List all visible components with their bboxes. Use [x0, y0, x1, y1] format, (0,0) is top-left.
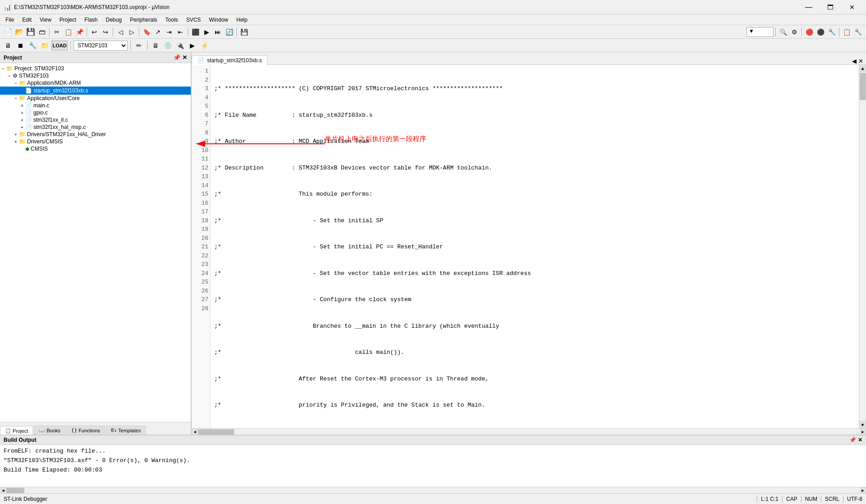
rebuild-button[interactable]: 🔄 [224, 27, 235, 37]
tab-project[interactable]: 📋 Project [0, 426, 33, 435]
tree-item-main-c[interactable]: + 📄 main.c [0, 102, 191, 109]
stop-btn[interactable]: ⏹ [15, 40, 26, 51]
line-num-14: 14 [192, 181, 208, 190]
undo-button[interactable]: ↩ [89, 27, 100, 37]
vscroll-thumb[interactable] [860, 73, 866, 100]
outdent-button[interactable]: ⇤ [175, 27, 186, 37]
build-all-button[interactable]: ⚙ [789, 27, 800, 37]
tree-item-project-root[interactable]: − 📁 Project: STM32F103 [0, 65, 191, 72]
paste-button[interactable]: 📌 [74, 27, 85, 37]
build-hscrollbar[interactable]: ◄ ► [0, 487, 866, 493]
tree-item-gpio[interactable]: + 📄 gpio.c [0, 109, 191, 116]
flash-button[interactable]: 💾 [239, 27, 249, 37]
vscroll-up-arrow[interactable]: ▲ [859, 65, 866, 72]
tree-item-hal-msp[interactable]: + 📄 stm32f1xx_hal_msp.c [0, 124, 191, 131]
tree-item-stm32it[interactable]: + 📄 stm32f1xx_it.c [0, 116, 191, 124]
tab-books[interactable]: 📖 Books [34, 426, 65, 435]
tree-item-cmsis-folder[interactable]: + 📁 Drivers/CMSIS [0, 138, 191, 145]
tree-item-app-mdk[interactable]: − 📁 Application/MDK-ARM [0, 79, 191, 87]
ram-btn[interactable]: 💿 [162, 40, 173, 51]
compile-link-button[interactable]: ▶ [201, 27, 212, 37]
debug2-button[interactable]: ⚫ [815, 27, 826, 37]
tree-item-app-user[interactable]: − 📁 Application/User/Core [0, 95, 191, 102]
close-tab-button[interactable]: ✕ [858, 58, 863, 64]
menu-edit[interactable]: Edit [18, 16, 35, 24]
file-icon-gpio: 📄 [25, 110, 32, 116]
panel-pin-icon[interactable]: 📌 [173, 54, 180, 61]
search-button[interactable]: 🔍 [778, 27, 788, 37]
menu-peripherals[interactable]: Peripherals [126, 16, 161, 24]
tree-item-cmsis[interactable]: ◆ CMSIS [0, 145, 191, 152]
close-button[interactable]: ✕ [842, 0, 862, 14]
debug-options-btn[interactable]: ✏ [134, 40, 144, 51]
hscroll-thumb[interactable] [198, 429, 234, 435]
menu-window[interactable]: Window [205, 16, 232, 24]
flash2-btn[interactable]: ⚡ [199, 40, 210, 51]
view-button[interactable]: 📋 [841, 27, 852, 37]
save-button[interactable]: 💾 [25, 27, 36, 37]
tab-functions[interactable]: {} Functions [66, 426, 105, 435]
options-btn[interactable]: 🔧 [27, 40, 38, 51]
menu-file[interactable]: File [2, 16, 18, 24]
maximize-button[interactable]: 🗖 [820, 0, 841, 14]
open-button[interactable]: 📂 [14, 27, 25, 37]
editor-hscrollbar[interactable]: ◄ ► [192, 428, 866, 435]
hscroll-right-arrow[interactable]: ► [860, 429, 866, 435]
build-output-btn[interactable]: 🖥 [3, 40, 14, 51]
cut-button[interactable]: ✂ [51, 27, 62, 37]
toolbar1: 📄 📂 💾 🗃 ✂ 📋 📌 ↩ ↪ ◁ ▷ 🔖 ↗ ⇥ ⇤ ⬛ ▶ ⏭ 🔄 💾 … [0, 25, 866, 39]
settings-button[interactable]: 🔧 [852, 27, 863, 37]
save-all-button[interactable]: 🗃 [37, 27, 47, 37]
tab-templates[interactable]: 0↓ Templates [106, 426, 146, 435]
menu-bar: File Edit View Project Flash Debug Perip… [0, 14, 866, 25]
toolbar2-sep1 [70, 41, 71, 50]
menu-flash[interactable]: Flash [81, 16, 101, 24]
code-line-11: ;* calls main()). [214, 348, 855, 357]
vscroll-down-arrow[interactable]: ▼ [859, 421, 866, 428]
new-file-button[interactable]: 📄 [3, 27, 14, 37]
menu-help[interactable]: Help [233, 16, 251, 24]
line-num-27: 27 [192, 295, 208, 304]
minimize-button[interactable]: — [798, 0, 819, 14]
build-multi-button[interactable]: ⏭ [212, 27, 223, 37]
panel-close-icon[interactable]: ✕ [182, 54, 187, 61]
pin-tab-button[interactable]: ◀ [852, 58, 857, 64]
menu-tools[interactable]: Tools [162, 16, 182, 24]
debug-start-button[interactable]: 🔴 [804, 27, 815, 37]
hscroll-left-arrow[interactable]: ◄ [192, 429, 198, 435]
insert-button[interactable]: ↗ [152, 27, 163, 37]
compile-button[interactable]: ⬛ [190, 27, 201, 37]
nav-back-button[interactable]: ◁ [115, 27, 126, 37]
build-hscroll-thumb[interactable] [6, 488, 24, 493]
tree-item-startup[interactable]: 📄 startup_stm32f103xb.s [0, 87, 191, 95]
toolbar-sep6 [236, 27, 237, 37]
cpu-btn[interactable]: 🖥 [150, 40, 161, 51]
build-content: FromELF: creating hex file... "STM32F103… [0, 445, 866, 487]
target-dropdown[interactable]: ▼ [746, 27, 774, 37]
project-tree: − 📁 Project: STM32F103 − ⚙ STM32F103 − 📁 [0, 63, 191, 422]
bookmark-button[interactable]: 🔖 [141, 27, 152, 37]
build-hscroll-left[interactable]: ◄ [0, 487, 6, 494]
menu-debug[interactable]: Debug [102, 16, 125, 24]
editor-vscrollbar[interactable]: ▲ ▼ [859, 65, 866, 428]
target-select[interactable]: STM32F103 [74, 41, 128, 50]
menu-svcs[interactable]: SVCS [183, 16, 205, 24]
tree-item-drivers-stm32[interactable]: + 📁 Drivers/STM32F1xx_HAL_Driver [0, 131, 191, 138]
indent-button[interactable]: ⇥ [164, 27, 175, 37]
code-content[interactable]: ;* ******************** (C) COPYRIGHT 20… [211, 65, 859, 428]
menu-project[interactable]: Project [56, 16, 80, 24]
build-hscroll-right[interactable]: ► [860, 487, 866, 494]
menu-view[interactable]: View [36, 16, 55, 24]
copy-button[interactable]: 📋 [63, 27, 74, 37]
editor-tab-startup[interactable]: 📄 startup_stm32f103xb.s [192, 55, 267, 65]
redo-button[interactable]: ↪ [100, 27, 111, 37]
cpu2-btn[interactable]: 🔌 [175, 40, 185, 51]
file-ext-btn[interactable]: 📁 [39, 40, 50, 51]
nav-fwd-button[interactable]: ▷ [126, 27, 137, 37]
build-pin-icon[interactable]: 📌 [849, 437, 856, 443]
run-btn[interactable]: ▶ [187, 40, 198, 51]
debug3-button[interactable]: 🔧 [826, 27, 837, 37]
tree-item-stm32f103[interactable]: − ⚙ STM32F103 [0, 72, 191, 79]
load-btn[interactable]: LOAD [51, 41, 68, 50]
build-close-icon[interactable]: ✕ [858, 437, 862, 443]
